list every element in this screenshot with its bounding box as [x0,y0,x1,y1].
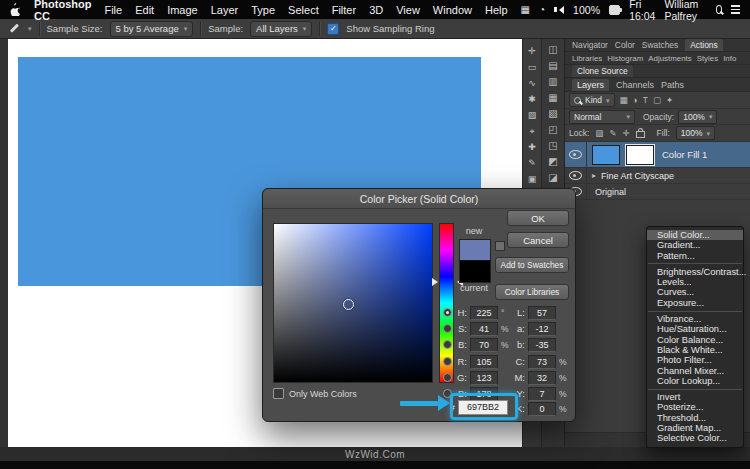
tab-styles[interactable]: Styles [697,54,719,63]
menubar-clock[interactable]: Fri 16:04 [629,0,655,22]
opacity-dropdown[interactable]: 100% ▾ [678,110,717,124]
healing-tool-icon[interactable]: ✚ [523,139,541,155]
crop-tool-icon[interactable]: ▨ [523,107,541,123]
layer-thumbnail[interactable] [592,145,620,165]
menu-item-hue-saturation[interactable]: Hue/Saturation... [647,324,743,334]
eyedropper-tool-icon[interactable] [8,22,21,35]
menu-item-invert[interactable]: Invert [647,392,743,402]
menu-item-channel-mixer[interactable]: Channel Mixer... [647,366,743,376]
panel-icon-1[interactable]: ▤ [548,61,557,71]
notification-center-icon[interactable] [731,5,740,14]
menu-select[interactable]: Select [288,4,319,16]
hue-slider-arrow-left-icon[interactable] [432,278,442,286]
brightness-radio[interactable] [443,340,452,349]
status-sync-icon[interactable]: ◔ [539,4,545,15]
saturation-radio[interactable] [443,324,452,333]
panel-icon-2[interactable]: ▥ [548,77,557,87]
menu-view[interactable]: View [396,4,420,16]
menu-item-exposure[interactable]: Exposure... [647,298,743,308]
filter-smart-object-icon[interactable]: ✦ [666,95,673,105]
sample-dropdown[interactable]: All Layers ▾ [250,21,312,37]
filter-shape-icon[interactable]: ▢ [653,95,661,105]
color-field-marker[interactable] [343,299,354,310]
marquee-tool-icon[interactable]: ▭ [523,59,541,75]
menu-item-threshold[interactable]: Threshold... [647,413,743,423]
tab-layers[interactable]: Layers [572,79,609,91]
lock-transparency-icon[interactable]: ▨ [595,128,603,138]
add-to-swatches-button[interactable]: Add to Swatches [495,257,569,273]
status-app-icon[interactable]: ▦ [521,4,530,15]
tab-histogram[interactable]: Histogram [607,54,643,63]
apple-menu-icon[interactable] [10,3,21,16]
menu-layer[interactable]: Layer [211,4,239,16]
fill-dropdown[interactable]: 100% ▾ [676,126,715,140]
layer-row-color-fill-1[interactable]: Color Fill 1 [565,142,750,168]
layer-name[interactable]: Original [595,187,626,197]
dialog-title[interactable]: Color Picker (Solid Color) [263,189,575,209]
tab-adjustments[interactable]: Adjustments [648,54,691,63]
lasso-tool-icon[interactable]: ∿ [523,75,541,91]
menu-item-curves[interactable]: Curves... [647,287,743,297]
layer-name[interactable]: Color Fill 1 [662,149,707,160]
visibility-toggle[interactable] [565,142,587,167]
panel-icon-3[interactable]: ▦ [548,93,557,103]
filter-type-icon[interactable]: T [643,95,648,105]
filter-adjustment-icon[interactable]: ◑ [633,95,638,105]
menu-filter[interactable]: Filter [332,4,356,16]
menu-item-brightness-contrast[interactable]: Brightness/Contrast... [647,267,743,277]
layer-row-fine-art-cityscape[interactable]: ▸ Fine Art Cityscape [565,168,750,184]
menu-3d[interactable]: 3D [369,4,383,16]
brightness-input[interactable]: 70 [470,338,498,352]
only-web-colors-checkbox[interactable] [273,388,284,399]
green-input[interactable]: 123 [470,371,498,385]
cancel-button[interactable]: Cancel [507,232,569,248]
volume-icon[interactable] [554,6,564,14]
menu-edit[interactable]: Edit [135,4,154,16]
sample-size-dropdown[interactable]: 5 by 5 Average ▾ [110,21,194,37]
red-input[interactable]: 105 [470,355,498,369]
menu-item-vibrance[interactable]: Vibrance... [647,314,743,324]
tab-color[interactable]: Color [615,40,635,50]
panel-icon-7[interactable]: ◩ [548,157,557,167]
menu-item-color-balance[interactable]: Color Balance... [647,335,743,345]
menu-type[interactable]: Type [251,4,275,16]
menu-item-color-lookup[interactable]: Color Lookup... [647,376,743,386]
magenta-input[interactable]: 32 [528,371,556,385]
hue-input[interactable]: 225 [470,306,498,320]
menu-item-selective-color[interactable]: Selective Color... [647,433,743,443]
gamut-warning-cube-icon[interactable] [495,241,505,251]
panel-icon-6[interactable]: ◳ [548,141,557,151]
menu-item-solid-color[interactable]: Solid Color... [647,230,743,240]
tab-paths[interactable]: Paths [661,80,684,90]
yellow-input[interactable]: 7 [528,387,556,401]
menu-item-black-white[interactable]: Black & White... [647,345,743,355]
tab-navigator[interactable]: Navigator [572,40,608,50]
eyedropper-tool-icon[interactable]: ⌖ [523,123,541,139]
current-color-swatch[interactable] [459,260,491,283]
ok-button[interactable]: OK [507,210,569,226]
panel-icon-4[interactable]: ▧ [548,109,557,119]
tab-actions[interactable]: Actions [685,39,722,51]
menu-file[interactable]: File [104,4,122,16]
battery-icon[interactable] [609,5,620,15]
blend-mode-dropdown[interactable]: Normal ▾ [569,110,635,124]
menu-item-gradient[interactable]: Gradient... [647,240,743,250]
layer-mask-thumbnail[interactable] [626,145,654,165]
lock-pixels-icon[interactable]: ✎ [609,128,616,138]
menubar-user[interactable]: William Palfrey [664,0,706,22]
tool-preset-caret-icon[interactable]: ▾ [28,25,32,32]
color-field[interactable] [273,223,433,383]
green-radio[interactable] [443,373,452,382]
menu-item-posterize[interactable]: Posterize... [647,402,743,412]
filter-kind-dropdown[interactable]: Kind ▾ [569,93,615,107]
stamp-tool-icon[interactable]: ▣ [523,171,541,187]
panel-icon-8[interactable]: ◪ [548,173,557,183]
menu-item-pattern[interactable]: Pattern... [647,251,743,261]
tab-info[interactable]: Info [723,54,736,63]
app-menu-photoshop[interactable]: Photoshop CC [34,0,91,22]
menu-item-photo-filter[interactable]: Photo Filter... [647,355,743,365]
layer-row-original[interactable]: Original [565,184,750,200]
lab-l-input[interactable]: 57 [528,306,556,320]
filter-pixel-icon[interactable]: ▦ [620,95,628,105]
visibility-toggle[interactable] [565,168,587,183]
